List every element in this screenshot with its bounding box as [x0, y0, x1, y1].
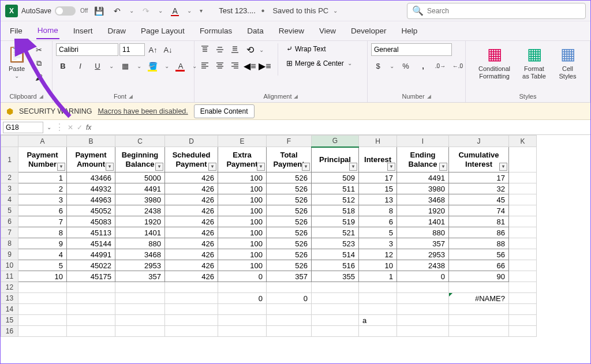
cell[interactable] — [509, 282, 537, 293]
cell[interactable]: 90 — [449, 271, 509, 282]
cell[interactable]: 3 — [18, 194, 67, 205]
cell[interactable]: 45 — [449, 194, 509, 205]
cell[interactable]: 355 — [312, 271, 359, 282]
table-header[interactable]: PaymentAmount▾ — [67, 147, 115, 172]
quick-dropdown-icon[interactable]: ⌄ — [187, 7, 192, 14]
cell[interactable] — [359, 326, 397, 337]
name-box[interactable] — [3, 122, 43, 133]
cell[interactable]: 100 — [218, 227, 267, 238]
cell[interactable] — [18, 282, 67, 293]
cell[interactable]: 1 — [359, 271, 397, 282]
cell[interactable] — [67, 315, 115, 326]
accounting-dropdown-icon[interactable]: ⌄ — [390, 63, 394, 69]
cell[interactable] — [18, 304, 67, 315]
cell[interactable]: 526 — [267, 249, 312, 260]
cell[interactable]: 100 — [218, 205, 267, 216]
cell[interactable]: 2 — [18, 183, 67, 194]
cell[interactable]: 357 — [397, 238, 449, 249]
borders-dropdown-icon[interactable]: ⌄ — [137, 63, 141, 69]
cell[interactable]: 2953 — [115, 260, 165, 271]
table-header[interactable]: TotalPayment▾ — [267, 147, 312, 172]
cell[interactable] — [218, 282, 267, 293]
cell[interactable] — [397, 315, 449, 326]
increase-font-icon[interactable]: A↑ — [146, 43, 160, 56]
cell[interactable]: 0 — [218, 271, 267, 282]
cell[interactable]: 44963 — [67, 194, 115, 205]
cell[interactable]: 45083 — [67, 216, 115, 227]
cell[interactable] — [359, 304, 397, 315]
cell[interactable]: 1920 — [115, 216, 165, 227]
row-header-14[interactable]: 14 — [1, 304, 18, 315]
cell[interactable]: 3468 — [397, 194, 449, 205]
row-header-10[interactable]: 10 — [1, 260, 18, 271]
tab-draw[interactable]: Draw — [107, 23, 128, 39]
filter-arrow-icon[interactable]: ▾ — [155, 163, 163, 171]
cell[interactable] — [509, 194, 537, 205]
cell[interactable] — [449, 282, 509, 293]
align-left-icon[interactable] — [198, 59, 212, 72]
cell[interactable]: 2953 — [397, 249, 449, 260]
cell[interactable] — [397, 326, 449, 337]
cell[interactable]: 8 — [18, 227, 67, 238]
row-header-8[interactable]: 8 — [1, 238, 18, 249]
cell[interactable] — [165, 315, 218, 326]
cell[interactable]: 426 — [165, 249, 218, 260]
save-status-dropdown-icon[interactable]: ⌄ — [333, 7, 338, 14]
cell[interactable] — [509, 216, 537, 227]
cell[interactable]: 426 — [165, 227, 218, 238]
cell[interactable]: 3980 — [115, 194, 165, 205]
orientation-icon[interactable]: ⟲ — [243, 43, 257, 56]
cell[interactable] — [359, 293, 397, 304]
cell[interactable]: 521 — [312, 227, 359, 238]
cell[interactable]: 45022 — [67, 260, 115, 271]
row-header-13[interactable]: 13 — [1, 293, 18, 304]
cell[interactable] — [312, 282, 359, 293]
cell[interactable]: 100 — [218, 216, 267, 227]
cell[interactable] — [165, 326, 218, 337]
qat-customize-icon[interactable]: ▾ — [200, 7, 203, 14]
cell[interactable] — [449, 315, 509, 326]
filter-arrow-icon[interactable]: ▾ — [57, 163, 65, 171]
cut-icon[interactable]: ✂ — [32, 43, 46, 56]
copy-icon[interactable]: ⧉ — [32, 57, 46, 70]
column-header-D[interactable]: D — [165, 136, 218, 147]
formula-input[interactable] — [95, 123, 587, 132]
cell[interactable]: 426 — [165, 183, 218, 194]
cell[interactable]: 514 — [312, 249, 359, 260]
comma-icon[interactable]: , — [416, 59, 430, 72]
tab-insert[interactable]: Insert — [72, 23, 94, 39]
row-header-15[interactable]: 15 — [1, 315, 18, 326]
cell[interactable] — [312, 293, 359, 304]
cell[interactable] — [509, 260, 537, 271]
table-header[interactable]: Principal▾ — [312, 147, 359, 172]
cell[interactable] — [509, 293, 537, 304]
cell[interactable]: 56 — [449, 249, 509, 260]
cell[interactable]: 526 — [267, 183, 312, 194]
merge-center-button[interactable]: ⊞ Merge & Center ⌄ — [284, 58, 356, 69]
cell[interactable] — [115, 315, 165, 326]
clipboard-launcher-icon[interactable]: ◢ — [39, 93, 43, 99]
column-header-B[interactable]: B — [67, 136, 115, 147]
cell[interactable]: 426 — [165, 205, 218, 216]
cell[interactable] — [312, 315, 359, 326]
cell[interactable]: 526 — [267, 227, 312, 238]
column-header-H[interactable]: H — [359, 136, 397, 147]
search-input[interactable] — [427, 7, 581, 15]
column-header-E[interactable]: E — [218, 136, 267, 147]
cell[interactable]: 357 — [115, 271, 165, 282]
tab-page-layout[interactable]: Page Layout — [140, 23, 186, 39]
cell[interactable]: 426 — [165, 271, 218, 282]
cell[interactable]: 5 — [18, 260, 67, 271]
cell[interactable]: 5000 — [115, 172, 165, 183]
row-header-11[interactable]: 11 — [1, 271, 18, 282]
font-color-icon[interactable]: A — [174, 59, 188, 72]
align-middle-icon[interactable] — [213, 43, 227, 56]
tab-home[interactable]: Home — [36, 22, 59, 39]
column-header-I[interactable]: I — [397, 136, 449, 147]
cell[interactable]: 518 — [312, 205, 359, 216]
cell[interactable]: 519 — [312, 216, 359, 227]
cell[interactable]: 526 — [267, 172, 312, 183]
cell[interactable]: 10 — [359, 260, 397, 271]
cell[interactable]: 511 — [312, 183, 359, 194]
name-box-dropdown-icon[interactable]: ⌄ — [47, 124, 51, 130]
